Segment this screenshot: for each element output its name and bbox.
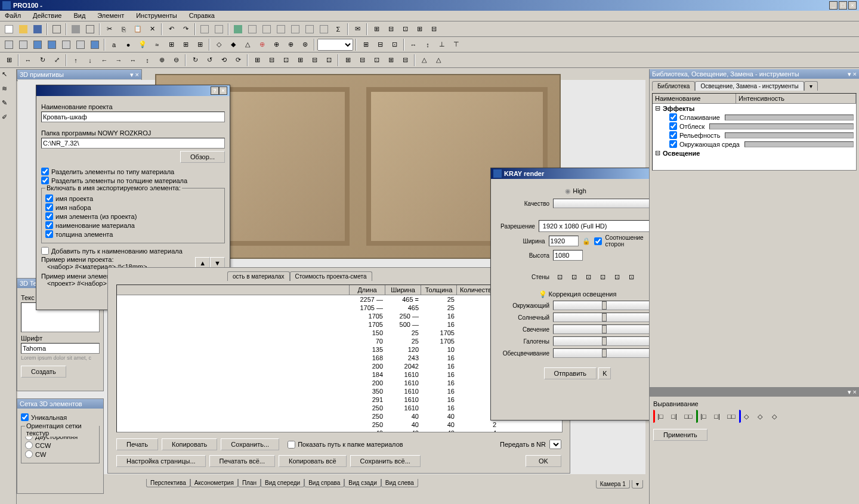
light-btn-5[interactable]: ⊞: [165, 38, 178, 51]
light-btn-2[interactable]: ●: [122, 38, 135, 51]
light-slider[interactable]: [553, 301, 650, 310]
grp-btn-3[interactable]: ⊡: [279, 54, 292, 67]
snap-btn-4[interactable]: ⊕: [255, 38, 268, 51]
save-all-button[interactable]: Сохранить всё...: [350, 455, 421, 467]
dim-btn-4[interactable]: ⊞: [413, 23, 426, 36]
path-input[interactable]: [41, 138, 225, 149]
chevron-icon[interactable]: ▾ ×: [848, 70, 857, 78]
snap-btn-1[interactable]: ◇: [212, 38, 225, 51]
bump-checkbox[interactable]: [669, 131, 677, 139]
sum-button[interactable]: Σ: [332, 23, 345, 36]
light-btn-3[interactable]: 💡: [136, 38, 149, 51]
eyedropper-tool[interactable]: ✎: [2, 99, 15, 112]
help-button[interactable]: ?: [211, 86, 219, 95]
tb-btn-9[interactable]: [317, 23, 330, 36]
paste-button[interactable]: 📋: [131, 23, 144, 36]
smooth-checkbox[interactable]: [669, 113, 677, 121]
menu-file[interactable]: Файл: [2, 11, 23, 21]
dim-btn-3[interactable]: ⊡: [398, 23, 412, 36]
view-btn-5[interactable]: [60, 38, 73, 51]
preview-button[interactable]: [84, 23, 97, 36]
arr-btn-5[interactable]: ↔: [126, 54, 140, 67]
view-btn-3[interactable]: [31, 38, 44, 51]
redo-button[interactable]: ↷: [179, 23, 192, 36]
env-checkbox[interactable]: [669, 140, 677, 148]
light-slider[interactable]: [553, 348, 650, 358]
delete-button[interactable]: ✕: [146, 23, 159, 36]
misc-btn-6[interactable]: △: [418, 54, 431, 67]
layer-select[interactable]: [317, 39, 353, 51]
orient-cw[interactable]: [25, 450, 33, 458]
wall-btn-6[interactable]: ⊡: [625, 270, 638, 283]
copy-button[interactable]: ⎘: [117, 23, 130, 36]
resolution-select[interactable]: 1920 x 1080 (Full HD): [539, 220, 659, 232]
align-header[interactable]: ▾ ×: [650, 387, 859, 397]
misc-btn-3[interactable]: ⊡: [370, 54, 383, 67]
col-width[interactable]: Ширина: [385, 285, 421, 295]
collapse-icon[interactable]: ⊟: [655, 149, 660, 157]
tab-plan[interactable]: План: [238, 479, 261, 487]
menu-tools[interactable]: Инструменты: [134, 11, 180, 21]
tab-materials[interactable]: ость в материалах: [227, 271, 290, 281]
col-name[interactable]: Наименование: [653, 94, 736, 103]
dim-btn-1[interactable]: ⊞: [370, 23, 383, 36]
align-btn-4[interactable]: |□: [696, 410, 709, 423]
lock-icon[interactable]: 🔒: [582, 237, 591, 245]
tb-btn-4[interactable]: [246, 23, 259, 36]
minimize-button[interactable]: _: [829, 1, 838, 10]
align-btn-2[interactable]: □|: [668, 410, 681, 423]
height-input[interactable]: [553, 250, 583, 261]
effects-node[interactable]: Эффекты: [663, 105, 694, 112]
misc-btn-1[interactable]: ⊞: [341, 54, 354, 67]
maximize-button[interactable]: □: [839, 1, 847, 10]
gloss-checkbox[interactable]: [669, 122, 677, 130]
misc-btn-7[interactable]: △: [432, 54, 445, 67]
lighting-node[interactable]: Освещение: [663, 150, 700, 157]
align-btn-3[interactable]: ⊡: [388, 38, 401, 51]
view-btn-7[interactable]: [88, 38, 101, 51]
arr-btn-8[interactable]: ⊖: [169, 54, 183, 67]
new-button[interactable]: [2, 23, 16, 36]
dim-btn-c[interactable]: ⊥: [435, 38, 449, 51]
send-button[interactable]: Отправить: [544, 367, 597, 379]
wall-btn-4[interactable]: ⊡: [596, 270, 609, 283]
wall-btn-3[interactable]: ⊡: [582, 270, 595, 283]
rot-btn-4[interactable]: ⟳: [231, 54, 245, 67]
wall-btn-5[interactable]: ⊡: [610, 270, 623, 283]
send-dropdown[interactable]: K: [598, 367, 611, 379]
align-btn-2[interactable]: ⊟: [373, 38, 387, 51]
smooth-slider[interactable]: [725, 115, 854, 120]
primitives-header[interactable]: 3D примитивы ▾ ×: [17, 70, 141, 79]
effects-tree[interactable]: Наименование Интенсивность ⊟Эффекты Сгла…: [652, 93, 857, 171]
col-intensity[interactable]: Интенсивность: [736, 94, 856, 103]
view-btn-4[interactable]: [45, 38, 58, 51]
rot-btn-2[interactable]: ↺: [203, 54, 216, 67]
tb-btn-3[interactable]: [231, 23, 245, 36]
grp-btn-4[interactable]: ⊞: [293, 54, 307, 67]
save-button[interactable]: Сохранить...: [221, 438, 279, 450]
pencil-tool[interactable]: ✐: [2, 113, 15, 126]
light-slider[interactable]: [553, 336, 650, 346]
close-button[interactable]: ×: [848, 1, 857, 10]
copy-button[interactable]: Копировать: [162, 438, 217, 450]
grid-header[interactable]: Сетка 3D элементов: [17, 399, 103, 409]
select-tool[interactable]: ↖: [2, 70, 15, 84]
arr-btn-3[interactable]: ←: [98, 54, 111, 67]
rot-btn-1[interactable]: ↻: [189, 54, 202, 67]
orient-ccw[interactable]: [25, 441, 33, 449]
menu-action[interactable]: Действие: [30, 11, 64, 21]
nr-select[interactable]: [549, 440, 561, 449]
export-button[interactable]: [50, 23, 63, 36]
tab-back[interactable]: Вид сзади: [344, 479, 381, 487]
font-input[interactable]: [21, 343, 100, 354]
page-setup-button[interactable]: Настройка страницы...: [116, 455, 206, 467]
browse-button[interactable]: Обзор...: [180, 151, 225, 163]
tab-right[interactable]: Вид справа: [304, 479, 344, 487]
tb-btn-1[interactable]: [198, 23, 211, 36]
env-slider[interactable]: [744, 141, 854, 147]
quality-slider[interactable]: [553, 199, 659, 208]
tab-perspective[interactable]: Перспектива: [146, 479, 190, 487]
table-row[interactable]: 25040402: [117, 420, 562, 429]
grp-btn-1[interactable]: ⊞: [251, 54, 264, 67]
tb-btn-7[interactable]: [289, 23, 302, 36]
